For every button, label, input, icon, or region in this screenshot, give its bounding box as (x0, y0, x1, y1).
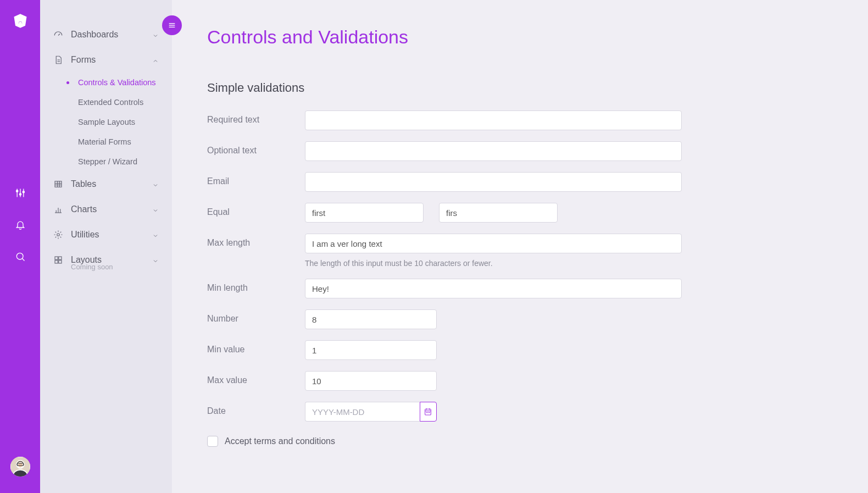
section-title: Simple validations (207, 81, 833, 95)
sidebar-item-label: Dashboards (71, 30, 118, 40)
sidebar-item-label: Forms (71, 55, 96, 65)
layout-icon (53, 255, 63, 265)
app-rail (0, 0, 40, 493)
svg-line-16 (58, 34, 60, 36)
svg-rect-29 (55, 257, 58, 259)
svg-point-3 (16, 190, 18, 192)
max-value-input[interactable] (305, 371, 437, 391)
chevron-down-icon (152, 257, 159, 263)
sidebar-item-dashboards[interactable]: Dashboards (40, 22, 172, 47)
svg-point-6 (16, 253, 23, 259)
search-icon[interactable] (14, 251, 26, 263)
equal-second-input[interactable] (439, 203, 558, 223)
svg-rect-32 (59, 261, 62, 263)
sidebar-item-label: Charts (71, 204, 97, 214)
label-optional-text: Optional text (207, 141, 305, 156)
label-email: Email (207, 172, 305, 186)
svg-point-5 (23, 191, 24, 193)
label-number: Number (207, 309, 305, 324)
settings-sliders-icon[interactable] (14, 187, 26, 199)
sidebar-subitem-label: Sample Layouts (78, 118, 135, 126)
dashboard-icon (53, 30, 63, 40)
svg-point-4 (19, 193, 21, 195)
gear-icon (53, 230, 63, 240)
svg-rect-38 (428, 412, 429, 413)
max-length-hint: The length of this input must be 10 char… (305, 259, 682, 268)
label-date: Date (207, 402, 305, 416)
sidebar-subitem-stepper-wizard[interactable]: Stepper / Wizard (44, 152, 172, 171)
sidebar-subitem-label: Material Forms (78, 137, 131, 146)
svg-point-28 (57, 234, 60, 236)
number-input[interactable] (305, 309, 437, 329)
sidebar-subitem-extended-controls[interactable]: Extended Controls (44, 92, 172, 112)
chevron-up-icon (152, 57, 159, 63)
chart-icon (53, 204, 63, 214)
label-required-text: Required text (207, 110, 305, 125)
sidebar-subitem-controls-validations[interactable]: Controls & Validations (44, 73, 172, 92)
equal-first-input[interactable] (305, 203, 424, 223)
user-avatar[interactable] (10, 457, 30, 477)
active-dot-icon (66, 81, 69, 84)
label-max-value: Max value (207, 371, 305, 385)
sidebar-subitem-label: Stepper / Wizard (78, 157, 137, 166)
min-value-input[interactable] (305, 340, 437, 360)
sidebar-item-utilities[interactable]: Utilities (40, 222, 172, 247)
date-input[interactable] (305, 402, 420, 422)
svg-rect-30 (59, 257, 62, 259)
sidebar-item-tables[interactable]: Tables (40, 171, 172, 197)
sidebar-toggle-button[interactable] (162, 15, 182, 35)
sidebar-subitem-sample-layouts[interactable]: Sample Layouts (44, 112, 172, 132)
svg-rect-37 (426, 412, 427, 413)
date-picker-button[interactable] (420, 402, 437, 422)
chevron-down-icon (152, 31, 159, 38)
chevron-down-icon (152, 206, 159, 213)
label-min-length: Min length (207, 279, 305, 293)
app-logo-icon (13, 13, 28, 29)
table-icon (53, 179, 63, 189)
sidebar-subitem-material-forms[interactable]: Material Forms (44, 132, 172, 152)
required-text-input[interactable] (305, 110, 682, 130)
sidebar-subitem-label: Extended Controls (78, 98, 143, 107)
label-max-length: Max length (207, 234, 305, 248)
svg-rect-19 (55, 181, 62, 187)
sidebar-item-label: Layouts (71, 255, 102, 265)
sidebar-item-charts[interactable]: Charts (40, 197, 172, 222)
svg-rect-33 (425, 409, 431, 415)
sidebar-item-label: Tables (71, 179, 96, 189)
sidebar: Dashboards Forms Controls & Validations … (40, 0, 172, 493)
svg-line-7 (22, 258, 24, 261)
chevron-down-icon (152, 181, 159, 187)
bell-icon[interactable] (14, 219, 26, 231)
svg-rect-39 (429, 412, 430, 413)
chevron-down-icon (152, 231, 159, 238)
sidebar-item-layouts[interactable]: Layouts (40, 247, 172, 267)
label-min-value: Min value (207, 340, 305, 354)
calendar-icon (424, 407, 432, 416)
svg-rect-31 (55, 261, 58, 263)
terms-checkbox[interactable] (207, 436, 218, 447)
label-equal: Equal (207, 203, 305, 217)
max-length-input[interactable] (305, 234, 682, 253)
optional-text-input[interactable] (305, 141, 682, 161)
sidebar-item-label: Utilities (71, 230, 99, 240)
sidebar-subitem-label: Controls & Validations (78, 78, 156, 87)
terms-label: Accept terms and conditions (225, 436, 335, 446)
page-title: Controls and Validations (207, 26, 833, 48)
email-input[interactable] (305, 172, 682, 192)
document-icon (53, 55, 63, 65)
sidebar-item-forms[interactable]: Forms (40, 47, 172, 73)
forms-subitems: Controls & Validations Extended Controls… (40, 73, 172, 171)
main-content: Controls and Validations Simple validati… (172, 0, 868, 493)
min-length-input[interactable] (305, 279, 682, 298)
